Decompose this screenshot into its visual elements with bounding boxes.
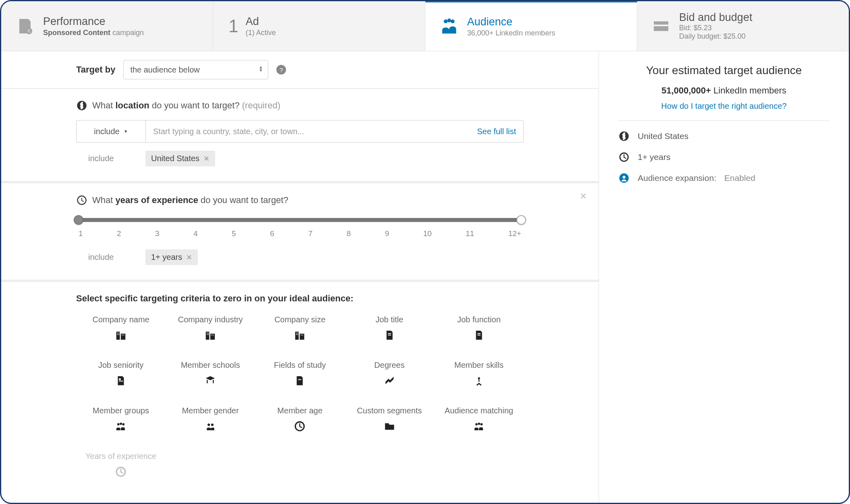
see-full-list-link[interactable]: See full list	[477, 127, 516, 136]
criteria-custom-segments[interactable]: Custom segments	[345, 406, 434, 432]
svg-rect-6	[654, 26, 668, 31]
tab-ad-count: 1	[228, 16, 238, 36]
degree-icon	[384, 375, 396, 387]
criteria-label: Job title	[375, 315, 403, 324]
criteria-member-skills[interactable]: Member skills	[434, 361, 524, 387]
expand-icon	[618, 172, 630, 184]
criteria-label: Member schools	[181, 361, 240, 370]
tab-audience-sub: 36,000+ LinkedIn members	[467, 29, 556, 37]
tab-bid-bid: Bid: $5.23	[679, 24, 753, 32]
criteria-fields-of-study[interactable]: Fields of study	[255, 361, 344, 387]
globe-icon	[76, 100, 87, 111]
criteria-label: Company name	[93, 315, 149, 324]
estimate-row: United States	[618, 131, 829, 142]
close-icon[interactable]: ✕	[186, 253, 192, 262]
slider-handle-min[interactable]	[74, 215, 83, 225]
criteria-company-industry[interactable]: Company industry	[166, 315, 255, 341]
svg-rect-5	[654, 21, 668, 25]
estimate-heading: Your estimated target audience	[618, 63, 829, 77]
help-icon[interactable]: ?	[276, 65, 286, 75]
location-panel: What location do you want to target? (re…	[1, 89, 599, 183]
experience-slider[interactable]	[79, 218, 521, 222]
svg-point-4	[450, 19, 454, 23]
experience-chip: 1+ years ✕	[145, 249, 198, 265]
tab-ad-title: Ad	[246, 15, 276, 28]
criteria-company-name[interactable]: Company name	[76, 315, 166, 341]
criteria-job-function[interactable]: Job function	[434, 315, 524, 341]
criteria-panel: Select specific targeting criteria to ze…	[1, 282, 599, 492]
estimate-row: 1+ years	[618, 151, 829, 163]
experience-question: What years of experience do you want to …	[76, 195, 524, 206]
targetby-select[interactable]: the audience below	[123, 60, 268, 79]
svg-point-2	[444, 19, 448, 23]
slider-handle-max[interactable]	[516, 215, 526, 225]
location-chip: United States ✕	[145, 151, 215, 166]
criteria-member-schools[interactable]: Member schools	[166, 361, 255, 387]
criteria-label: Fields of study	[274, 361, 326, 370]
tab-bid-title: Bid and budget	[679, 11, 753, 24]
docline-icon	[294, 375, 306, 387]
criteria-label: Member skills	[454, 361, 504, 370]
criteria-label: Job function	[457, 315, 501, 324]
estimate-count: 51,000,000+ LinkedIn members	[618, 85, 829, 96]
top-tabs: € Performance Sponsored Content campaign…	[1, 1, 849, 51]
criteria-heading: Select specific targeting criteria to ze…	[76, 293, 524, 304]
tab-ad[interactable]: 1 Ad (1) Active	[213, 1, 425, 51]
globe-icon	[618, 131, 630, 142]
criteria-audience-matching[interactable]: Audience matching	[434, 406, 524, 432]
criteria-label: Company industry	[178, 315, 243, 324]
criteria-label: Job seniority	[98, 361, 143, 370]
groups-icon	[115, 420, 127, 432]
close-panel-button[interactable]: ×	[580, 190, 587, 203]
criteria-member-gender[interactable]: Member gender	[166, 406, 255, 432]
criteria-label: Company size	[274, 315, 325, 324]
doc-icon	[384, 329, 396, 341]
doc-icon	[473, 329, 485, 341]
criteria-company-size[interactable]: Company size	[255, 315, 344, 341]
criteria-label: Degrees	[374, 361, 405, 370]
criteria-label: Member gender	[182, 406, 239, 415]
chevron-down-icon: ▼	[124, 129, 128, 134]
criteria-label: Member age	[277, 406, 322, 415]
criteria-label: Member groups	[93, 406, 149, 415]
docbadge-icon	[115, 375, 127, 387]
targetby-row: Target by the audience below ▲▼ ?	[1, 51, 599, 89]
clock-icon	[294, 420, 306, 432]
criteria-label: Custom segments	[357, 406, 422, 415]
estimate-row: Audience expansion: Enabled	[618, 172, 829, 184]
close-icon[interactable]: ✕	[203, 154, 209, 163]
tab-performance[interactable]: € Performance Sponsored Content campaign	[1, 1, 213, 51]
experience-panel: × What years of experience do you want t…	[1, 183, 599, 282]
bid-icon	[650, 15, 672, 37]
building-icon	[204, 329, 216, 341]
gender-icon	[204, 420, 216, 432]
criteria-member-age[interactable]: Member age	[255, 406, 344, 432]
criteria-label: Years of experience	[85, 452, 156, 461]
tab-bid[interactable]: Bid and budget Bid: $5.23 Daily budget: …	[637, 1, 849, 51]
tab-performance-sub: Sponsored Content campaign	[43, 29, 144, 37]
criteria-years-of-experience: Years of experience	[76, 452, 166, 478]
tab-performance-title: Performance	[43, 15, 144, 28]
include-mode-button[interactable]: include ▼	[76, 120, 145, 143]
criteria-job-title[interactable]: Job title	[345, 315, 434, 341]
audience-icon	[438, 16, 460, 37]
tab-audience-title: Audience	[467, 16, 556, 28]
groups-icon	[473, 420, 485, 432]
criteria-label: Audience matching	[445, 406, 513, 415]
slider-ticks: 123456789101112+	[79, 229, 521, 238]
how-target-link[interactable]: How do I target the right audience?	[618, 102, 829, 111]
clock-icon	[115, 466, 127, 478]
location-question: What location do you want to target? (re…	[76, 100, 524, 111]
criteria-job-seniority[interactable]: Job seniority	[76, 361, 166, 387]
criteria-member-groups[interactable]: Member groups	[76, 406, 166, 432]
targetby-label: Target by	[76, 64, 115, 75]
tab-ad-sub: (1) Active	[246, 29, 276, 37]
clock-icon	[618, 151, 630, 163]
folder-icon	[384, 420, 396, 432]
criteria-degrees[interactable]: Degrees	[345, 361, 434, 387]
performance-icon: €	[14, 15, 36, 37]
location-input[interactable]	[153, 127, 477, 136]
school-icon	[204, 375, 216, 387]
tab-audience[interactable]: Audience 36,000+ LinkedIn members	[425, 1, 637, 51]
estimate-sidebar: Your estimated target audience 51,000,00…	[599, 51, 849, 503]
